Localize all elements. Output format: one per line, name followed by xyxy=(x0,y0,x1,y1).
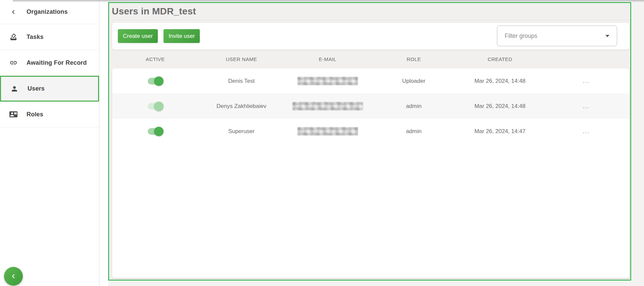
created-cell: Mar 26, 2024, 14:47 xyxy=(474,128,525,135)
role-cell: admin xyxy=(406,103,421,110)
active-toggle[interactable] xyxy=(148,128,163,135)
create-user-button[interactable]: Create user xyxy=(118,29,158,43)
page-right-margin xyxy=(632,0,644,286)
users-table: Denis Test Uploader Mar 26, 2024, 14:48 … xyxy=(112,68,629,278)
invite-user-button[interactable]: Invite user xyxy=(164,29,200,43)
column-header-email: E-MAIL xyxy=(319,56,336,62)
sidebar-item-label: Awaiting For Record xyxy=(27,59,87,66)
created-cell: Mar 26, 2024, 14:48 xyxy=(474,103,525,110)
filter-groups-placeholder: Filter groups xyxy=(505,33,605,40)
column-header-created: CREATED xyxy=(488,56,512,62)
filter-groups-select[interactable]: Filter groups xyxy=(497,25,617,46)
page-bottom-margin xyxy=(108,281,644,286)
link-icon xyxy=(9,59,17,67)
active-toggle[interactable] xyxy=(148,103,163,110)
email-redacted-cell xyxy=(297,77,358,85)
tasks-icon xyxy=(9,33,17,41)
table-header-row: ACTIVE USER NAME E-MAIL ROLE CREATED xyxy=(112,50,629,68)
sidebar-item-organizations[interactable]: Organizations xyxy=(0,0,99,24)
chevron-down-icon xyxy=(605,35,609,37)
row-actions-button[interactable]: ... xyxy=(583,128,590,135)
column-header-role: ROLE xyxy=(407,56,421,62)
sidebar-item-awaiting-for-record[interactable]: Awaiting For Record xyxy=(0,50,99,76)
sidebar-item-label: Roles xyxy=(27,111,43,118)
active-toggle[interactable] xyxy=(148,78,163,84)
table-row: Superuser admin Mar 26, 2024, 14:47 ... xyxy=(112,119,629,144)
page-title: Users in MDR_test xyxy=(112,3,196,20)
column-header-user-name: USER NAME xyxy=(226,56,257,62)
sidebar-item-label: Organizations xyxy=(27,8,68,15)
table-row: Denis Test Uploader Mar 26, 2024, 14:48 … xyxy=(112,68,629,94)
toolbar: Create user Invite user Filter groups xyxy=(112,23,629,50)
user-name-cell: Denis Test xyxy=(228,78,255,84)
sidebar-item-roles[interactable]: Roles xyxy=(0,102,99,127)
title-divider xyxy=(109,20,630,20)
table-row: Denys Zakhliebaiev admin Mar 26, 2024, 1… xyxy=(112,94,629,119)
sidebar-item-label: Users xyxy=(28,85,45,92)
person-icon xyxy=(10,85,18,93)
collapse-sidebar-button[interactable] xyxy=(4,267,23,286)
user-name-cell: Superuser xyxy=(228,128,255,135)
sidebar: Organizations Tasks Awaiting For Record … xyxy=(0,0,99,286)
email-redacted-cell xyxy=(297,127,358,135)
sidebar-item-label: Tasks xyxy=(27,34,44,41)
column-header-active: ACTIVE xyxy=(146,56,165,62)
users-panel: Users in MDR_test Create user Invite use… xyxy=(108,2,631,281)
row-actions-button[interactable]: ... xyxy=(583,78,590,84)
sidebar-item-users[interactable]: Users xyxy=(0,76,99,102)
sidebar-item-tasks[interactable]: Tasks xyxy=(0,24,99,50)
row-actions-button[interactable]: ... xyxy=(583,103,590,110)
chevron-left-icon xyxy=(9,272,18,281)
role-cell: admin xyxy=(406,128,421,135)
contact-card-icon xyxy=(9,110,17,118)
user-name-cell: Denys Zakhliebaiev xyxy=(217,103,266,110)
created-cell: Mar 26, 2024, 14:48 xyxy=(474,78,525,84)
email-redacted-cell xyxy=(292,102,363,110)
role-cell: Uploader xyxy=(402,78,425,84)
chevron-left-icon xyxy=(9,8,17,16)
